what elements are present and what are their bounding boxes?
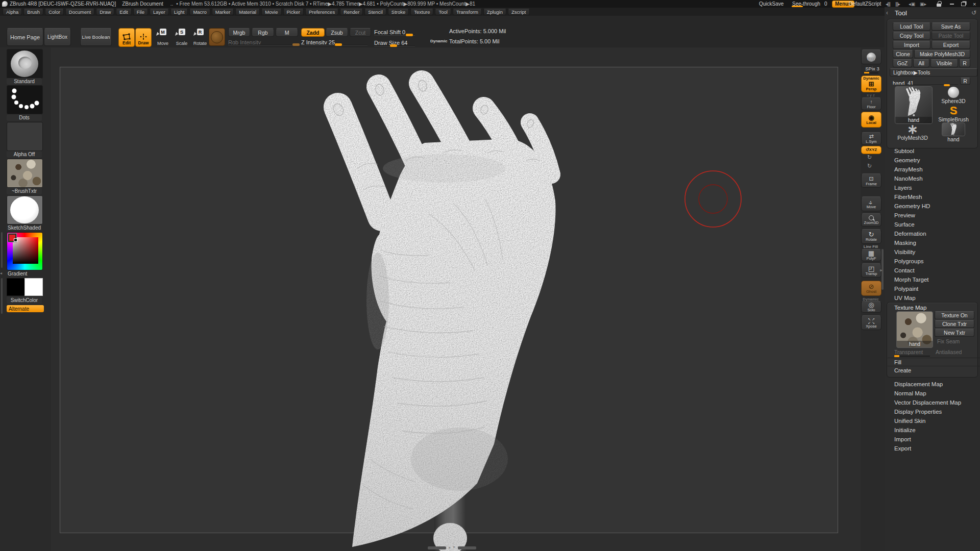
goz-all-button[interactable]: All [913, 59, 929, 67]
tray-divider-arrows-icon[interactable]: ▸▸ [880, 268, 881, 272]
z-intensity-slider[interactable]: Z Intensity 25 [301, 37, 368, 45]
save-as-button[interactable]: Save As [932, 22, 970, 31]
section-surface[interactable]: Surface [894, 220, 973, 229]
live-boolean-button[interactable]: Live Boolean [80, 28, 112, 46]
solo-button[interactable]: ◎ Solo [861, 301, 881, 313]
current-texture-thumbnail[interactable] [7, 159, 43, 188]
restore-button[interactable] [961, 2, 966, 6]
menu-layer[interactable]: Layer [150, 9, 169, 15]
home-page-button[interactable]: Home Page [7, 28, 43, 46]
rgb-button[interactable]: Rgb [252, 28, 274, 37]
local-button[interactable]: ◉ Local [861, 112, 881, 128]
focal-shift-slider[interactable]: Focal Shift 0 [374, 27, 415, 35]
section-contact[interactable]: Contact [894, 266, 973, 274]
tool-index-slider[interactable]: hand. 41 [893, 78, 958, 85]
focal-shift-handle[interactable] [406, 34, 413, 36]
xpose-button[interactable]: ↖ ↗ ↙ ↘ Xpose [861, 315, 881, 330]
menu-tool[interactable]: Tool [435, 9, 451, 15]
current-stroke-thumbnail[interactable] [7, 85, 43, 114]
close-button[interactable]: × [973, 0, 976, 8]
xyz-button[interactable]: ↺XYZ [861, 146, 881, 154]
current-tool-thumbnail[interactable]: hand [895, 86, 933, 124]
default-zscript-button[interactable]: DefaultZScript [849, 0, 881, 8]
zoom3d-button[interactable]: Zoom3D [861, 213, 881, 227]
main-color-swatch[interactable] [7, 278, 25, 296]
make-polymesh3d-button[interactable]: Make PolyMesh3D [914, 50, 970, 58]
hand-tool-small[interactable]: hand [933, 122, 974, 142]
texture-map-title[interactable]: Texture Map [894, 305, 926, 311]
section-fibermesh[interactable]: FiberMesh [894, 192, 973, 201]
section-initialize[interactable]: Initialize [894, 425, 973, 434]
texture-on-button[interactable]: Texture On [935, 311, 974, 319]
window-prev-icon[interactable]: ◂▣ [909, 0, 915, 8]
menu-render[interactable]: Render [340, 9, 363, 15]
floor-button[interactable]: ↑ Floor [861, 97, 881, 110]
tray-bars-right-icon[interactable]: ||||▸ [895, 0, 900, 8]
menu-document[interactable]: Document [65, 9, 94, 15]
section-vector-displacement-map[interactable]: Vector Displacement Map [894, 398, 973, 407]
polymesh3d-tool[interactable]: ∗ PolyMesh3D [892, 123, 933, 141]
secondary-color-swatch[interactable] [24, 278, 43, 296]
export-button[interactable]: Export [932, 41, 970, 49]
alternate-button[interactable]: Alternate [7, 305, 44, 312]
section-unified-skin[interactable]: Unified Skin [894, 416, 973, 425]
rotate-canvas-button[interactable]: ↻ Rotate [861, 229, 881, 244]
zadd-button[interactable]: Zadd [301, 28, 325, 37]
menu-movie[interactable]: Movie [261, 9, 281, 15]
section-arraymesh[interactable]: ArrayMesh [894, 165, 973, 173]
current-alpha-thumbnail[interactable] [7, 122, 43, 151]
move-button[interactable]: M Move [156, 29, 170, 46]
menu-macro[interactable]: Macro [189, 9, 210, 15]
bpr-button[interactable]: BPR [861, 49, 881, 64]
left-divider-strip[interactable] [1, 232, 3, 268]
lock-icon[interactable] [937, 1, 941, 7]
panel-collapse-icon[interactable]: ‹ [886, 9, 888, 16]
fix-seam-button[interactable]: Fix Seam [935, 337, 976, 345]
section-uv-map[interactable]: UV Map [894, 293, 973, 302]
current-brush-thumbnail[interactable] [7, 49, 43, 79]
texture-map-thumbnail[interactable]: hand [896, 311, 933, 348]
spix-handle[interactable] [864, 72, 869, 73]
zsub-button[interactable]: Zsub [326, 28, 348, 37]
import-button[interactable]: Import [893, 41, 930, 49]
zcut-button[interactable]: Zcut [350, 28, 371, 37]
section-masking[interactable]: Masking [894, 238, 973, 247]
mrgb-button[interactable]: Mrgb [228, 28, 250, 37]
menu-transform[interactable]: Transform [453, 9, 482, 15]
clone-txtr-button[interactable]: Clone Txtr [935, 320, 974, 328]
edit-button[interactable]: Edit [118, 28, 135, 47]
menu-zscript[interactable]: Zscript [508, 9, 530, 15]
ghost-button[interactable]: ⊘ Ghost [861, 281, 881, 296]
menu-material[interactable]: Material [235, 9, 260, 15]
scroll-up-icon[interactable]: ▲ [448, 545, 451, 549]
section-export[interactable]: Export [894, 444, 973, 453]
section-display-properties[interactable]: Display Properties [894, 407, 973, 416]
rgb-intensity-handle[interactable] [292, 43, 300, 46]
lightbox-tools-button[interactable]: Lightbox▶Tools [890, 68, 977, 77]
section-geometry-hd[interactable]: Geometry HD [894, 202, 973, 210]
menu-brush[interactable]: Brush [23, 9, 43, 15]
lsym-button[interactable]: ⇄ L.Sym [861, 132, 881, 145]
move-canvas-button[interactable]: ↔ ↕ Move [861, 196, 881, 211]
tool-index-handle[interactable] [944, 84, 950, 86]
menu-color[interactable]: Color [45, 9, 64, 15]
tray-bars-left-icon[interactable]: ◂|||| [886, 0, 890, 8]
rotate-y-icon[interactable]: ↻ [867, 154, 872, 161]
shelf-scrollbar[interactable] [881, 249, 884, 290]
menu-stroke[interactable]: Stroke [388, 9, 409, 15]
rotate-r-icon[interactable]: ↻ [867, 163, 872, 169]
scale-button[interactable]: S Scale [175, 29, 189, 46]
left-divider-arrow-icon[interactable]: ◂ [0, 271, 2, 276]
canvas-bottom-scrollbar-right[interactable] [458, 546, 476, 549]
left-divider-strip2[interactable] [1, 278, 3, 314]
transp-button[interactable]: ◰ Transp [861, 263, 881, 278]
current-material-thumbnail[interactable] [7, 195, 43, 224]
section-subtool[interactable]: Subtool [894, 146, 973, 155]
section-polypaint[interactable]: Polypaint [894, 284, 973, 293]
draw-button[interactable]: Draw [135, 28, 152, 47]
frame-button[interactable]: ⊡ Frame [861, 173, 881, 188]
menu-stencil[interactable]: Stencil [364, 9, 386, 15]
menu-edit[interactable]: Edit [116, 9, 131, 15]
section-morph-target[interactable]: Morph Target [894, 275, 973, 284]
persp-button[interactable]: Dynamic ⊞ Persp [861, 76, 881, 92]
